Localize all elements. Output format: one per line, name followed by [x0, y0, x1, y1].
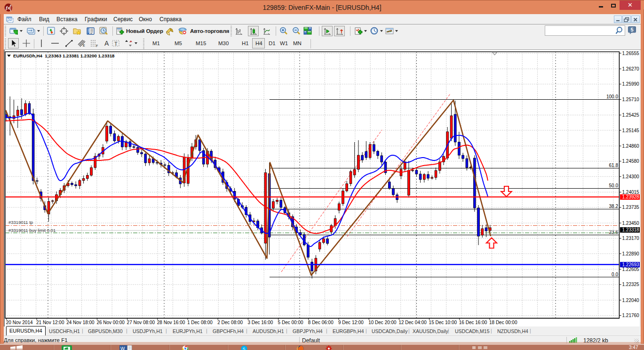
svg-text:W: W	[120, 346, 125, 350]
svg-text:S: S	[243, 347, 246, 350]
svg-text:1.23928: 1.23928	[622, 194, 640, 199]
svg-text:1.24300: 1.24300	[622, 174, 640, 179]
svg-text:10 Dec 20:00: 10 Dec 20:00	[368, 320, 397, 325]
svg-text:1.21760: 1.21760	[622, 313, 640, 318]
svg-text:A: A	[104, 40, 109, 47]
svg-text:1.24015: 1.24015	[622, 190, 640, 195]
svg-text:1.25710: 1.25710	[622, 97, 640, 102]
svg-text:21 Nov 12:00: 21 Nov 12:00	[36, 320, 64, 325]
svg-text:24 Nov 18:00: 24 Nov 18:00	[66, 320, 95, 325]
svg-text:28 Nov 16:00: 28 Nov 16:00	[157, 320, 185, 325]
svg-text:1.25425: 1.25425	[622, 112, 640, 118]
svg-text:1.23735: 1.23735	[622, 205, 640, 210]
svg-text:27 Nov 08:00: 27 Nov 08:00	[127, 320, 155, 325]
svg-text:1.26555: 1.26555	[622, 51, 640, 56]
svg-text:12 Dec 04:00: 12 Dec 04:00	[398, 320, 427, 325]
svg-text:1.23170: 1.23170	[622, 236, 640, 241]
svg-text:EURUSDh,H4 1.23363 1.23381 1.: EURUSDh,H4 1.23363 1.23381 1.23200 1.233…	[13, 53, 115, 58]
svg-text:1.22040: 1.22040	[622, 298, 640, 303]
svg-text:26 Nov 00:00: 26 Nov 00:00	[96, 320, 125, 325]
svg-text:F: F	[96, 44, 98, 48]
svg-text:0.0: 0.0	[612, 272, 618, 277]
svg-text:15 Dec 10:00: 15 Dec 10:00	[429, 320, 457, 325]
svg-text:1.22325: 1.22325	[622, 282, 640, 287]
svg-text:1 Dec 08:00: 1 Dec 08:00	[187, 320, 213, 325]
svg-text:#3319011 tp: #3319011 tp	[8, 220, 33, 225]
svg-text:2 Dec 08:00: 2 Dec 08:00	[217, 320, 243, 325]
svg-text:1.23318: 1.23318	[622, 227, 640, 232]
svg-text:18 Dec 00:00: 18 Dec 00:00	[489, 320, 517, 325]
svg-text:E: E	[83, 44, 85, 47]
svg-text:61.8: 61.8	[609, 163, 619, 168]
svg-text:5: 5	[631, 27, 634, 32]
svg-text:38.2: 38.2	[609, 204, 619, 209]
svg-text:9 Dec 12:00: 9 Dec 12:00	[338, 320, 364, 325]
svg-text:1.25145: 1.25145	[622, 128, 640, 133]
svg-text:1.26270: 1.26270	[622, 66, 640, 72]
svg-text:8 Dec 06:00: 8 Dec 06:00	[308, 320, 334, 325]
svg-text:T: T	[114, 41, 118, 47]
svg-text:3 Dec 16:00: 3 Dec 16:00	[247, 320, 273, 325]
svg-text:20 Nov 2014: 20 Nov 2014	[6, 320, 33, 325]
svg-text:1.22890: 1.22890	[622, 251, 640, 256]
svg-text:50.0: 50.0	[609, 183, 619, 188]
svg-text:1.24860: 1.24860	[622, 143, 640, 149]
svg-text:1.23450: 1.23450	[622, 221, 640, 226]
svg-text:1.24580: 1.24580	[622, 159, 640, 164]
svg-text:1.22693: 1.22693	[622, 262, 640, 267]
svg-text:5 Dec 00:00: 5 Dec 00:00	[278, 320, 303, 325]
svg-text:16 Dec 16:00: 16 Dec 16:00	[459, 320, 487, 325]
svg-text:100.0: 100.0	[606, 94, 618, 99]
svg-text:1.25990: 1.25990	[622, 81, 640, 87]
svg-text:1.22605: 1.22605	[622, 267, 640, 272]
svg-text:#3319011 buy limit 0.01: #3319011 buy limit 0.01	[8, 228, 56, 233]
